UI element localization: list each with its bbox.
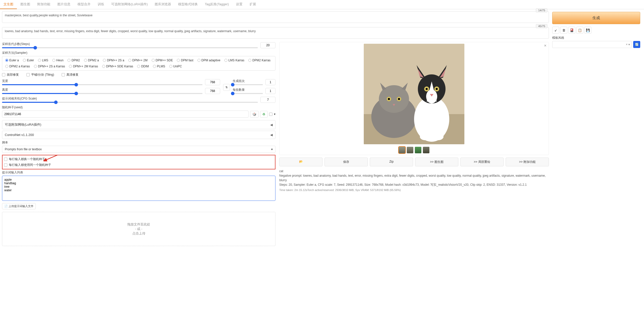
tab-11[interactable]: 扩展 [246, 0, 260, 9]
styles-icon[interactable]: 🎴 [568, 27, 575, 34]
chevron-down-icon: ▾ [271, 148, 273, 151]
script-label: 脚本 [2, 140, 275, 145]
paintbrush-icon[interactable]: ↙ [552, 27, 559, 34]
height-label: 高度 [2, 88, 203, 92]
chevron-left-icon: ◀ [270, 133, 273, 137]
tab-0[interactable]: 文生图 [0, 0, 17, 9]
batch-size-label: 每批数量 [233, 88, 263, 92]
upload-prompt-file-button[interactable]: 📄 上传提示词输入文件 [2, 203, 36, 209]
open-folder-button[interactable]: 📂 [279, 158, 323, 166]
width-value[interactable] [205, 79, 220, 85]
tab-6[interactable]: 可选附加网络(LoRA插件) [108, 0, 151, 9]
script-select[interactable]: Prompts from file or textbox ▾ [2, 146, 275, 153]
seed-input[interactable] [2, 111, 249, 118]
generate-button[interactable]: 生成 [552, 12, 640, 24]
sampler-option[interactable]: DPM adaptive [196, 58, 222, 63]
save-button[interactable]: 保存 [325, 158, 368, 166]
tiling-checkbox[interactable]: 平铺/分块 (Tiling) [26, 73, 54, 77]
close-icon[interactable]: ✕ [544, 44, 547, 47]
output-thumbnails [281, 147, 547, 153]
sampler-option[interactable]: DPM2 a Karras [4, 64, 31, 69]
script-check1[interactable]: 每行输入都换一个随机种子 [4, 156, 273, 162]
script-check2[interactable]: 每行输入都使用同一个随机种子 [4, 162, 273, 168]
sampler-option[interactable]: Euler [21, 58, 35, 63]
svg-point-6 [388, 98, 390, 100]
sampler-option[interactable]: PLMS [151, 64, 167, 69]
steps-slider[interactable] [2, 47, 258, 48]
sampler-option[interactable]: DPM2 Karras [247, 58, 272, 63]
negative-prompt-input[interactable] [2, 27, 549, 39]
seed-extra-checkbox[interactable]: ▾ [269, 112, 275, 116]
thumbnail-3[interactable] [415, 147, 421, 153]
sampler-option[interactable]: DDIM [136, 64, 150, 69]
sampler-option[interactable]: DPM2 a [83, 58, 100, 63]
zip-button[interactable]: Zip [370, 158, 413, 166]
lora-accordion[interactable]: 可选附加网络(LoRA插件) ◀ [2, 120, 275, 129]
height-value[interactable] [205, 88, 220, 94]
sampler-option[interactable]: DPM++ SDE [150, 58, 175, 63]
sampler-option[interactable]: DPM++ 2S a Karras [32, 64, 66, 69]
prompt-list-label: 提示词输入列表 [2, 170, 275, 175]
refresh-styles-button[interactable]: 🔃 [633, 41, 640, 48]
save-style-icon[interactable]: 💾 [584, 27, 591, 34]
cfg-slider[interactable] [2, 102, 258, 103]
batch-size-value[interactable] [265, 88, 275, 94]
face-restore-checkbox[interactable]: 面部修复 [2, 73, 19, 77]
sampler-option[interactable]: DPM++ 2M [127, 58, 149, 63]
negative-token-counter: 45/75 [536, 24, 547, 28]
sampler-option[interactable]: DPM2 [66, 58, 81, 63]
tab-9[interactable]: Tag反推(Tagger) [201, 0, 232, 9]
tab-3[interactable]: 图片信息 [54, 0, 74, 9]
positive-prompt-input[interactable] [2, 11, 549, 23]
svg-point-16 [420, 133, 431, 140]
steps-label: 采样迭代步数(Steps) [2, 42, 258, 46]
sampler-option[interactable]: DPM++ SDE Karras [101, 64, 135, 69]
file-dropzone[interactable]: 拖放文件至此处 - 或 - 点击上传 [2, 212, 275, 246]
send-inpaint-button[interactable]: >> 局部重绘 [460, 158, 504, 166]
cfg-value[interactable] [260, 97, 275, 103]
sampler-option[interactable]: DPM fast [175, 58, 195, 63]
seed-random-button[interactable]: 🎲 [250, 111, 259, 118]
chevron-left-icon: ◀ [270, 123, 273, 127]
prompt-list-textarea[interactable] [2, 176, 275, 201]
thumbnail-4[interactable] [423, 147, 429, 153]
result-prompt: cat [279, 169, 549, 173]
swap-dims-button[interactable]: ⇅ [223, 84, 230, 91]
sampler-option[interactable]: UniPC [168, 64, 184, 69]
controlnet-accordion[interactable]: ControlNet v1.1.200 ◀ [2, 131, 275, 139]
height-slider[interactable] [2, 93, 203, 94]
sampler-option[interactable]: DPM++ 2M Karras [67, 64, 99, 69]
sampler-option[interactable]: LMS [36, 58, 50, 63]
batch-size-slider[interactable] [233, 93, 263, 94]
steps-value[interactable] [260, 42, 275, 48]
tab-7[interactable]: 图库浏览器 [151, 0, 175, 9]
sampler-option[interactable]: DPM++ 2S a [101, 58, 126, 63]
tab-1[interactable]: 图生图 [17, 0, 34, 9]
tab-5[interactable]: 训练 [94, 0, 108, 9]
batch-count-value[interactable] [265, 79, 275, 85]
send-extras-button[interactable]: >> 附加功能 [506, 158, 549, 166]
tab-4[interactable]: 模型合并 [74, 0, 94, 9]
clear-icon[interactable]: 🗑 [560, 27, 567, 34]
clipboard-icon[interactable]: 📋 [576, 27, 583, 34]
annotation-highlight: 每行输入都换一个随机种子 每行输入都使用同一个随机种子 [2, 155, 275, 169]
tab-10[interactable]: 设置 [232, 0, 246, 9]
main-tabs: 文生图图生图附加功能图片信息模型合并训练可选附加网络(LoRA插件)图库浏览器模… [0, 0, 644, 9]
thumbnail-1[interactable] [399, 147, 405, 153]
width-slider[interactable] [2, 84, 203, 85]
style-select[interactable]: × ▾ [552, 41, 632, 48]
send-img2img-button[interactable]: >> 图生图 [415, 158, 458, 166]
batch-count-slider[interactable] [233, 84, 263, 85]
seed-reuse-button[interactable]: ♻ [260, 111, 268, 118]
seed-label: 随机种子(seed) [2, 105, 275, 110]
hires-checkbox[interactable]: 高清修复 [62, 73, 78, 77]
thumbnail-2[interactable] [407, 147, 413, 153]
sampler-option[interactable]: Heun [51, 58, 65, 63]
sampler-option[interactable]: Euler a [4, 58, 20, 63]
tab-2[interactable]: 附加功能 [34, 0, 54, 9]
tab-8[interactable]: 模型格式转换 [175, 0, 201, 9]
output-image[interactable] [364, 44, 464, 144]
sampler-option[interactable]: LMS Karras [223, 58, 246, 63]
svg-point-8 [398, 98, 400, 100]
svg-point-17 [432, 133, 444, 140]
